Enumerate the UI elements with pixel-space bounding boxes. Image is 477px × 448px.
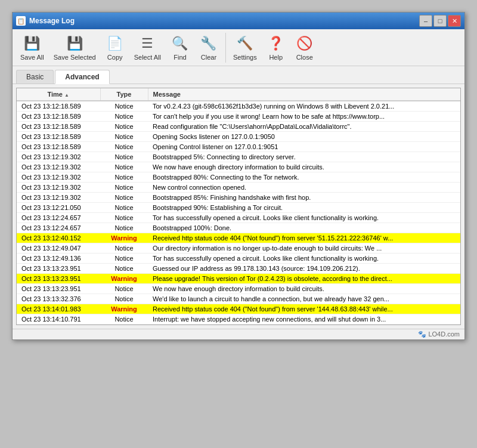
cell-time: Oct 23 13:14:10.791	[17, 314, 100, 325]
table-row[interactable]: Oct 23 13:12:18.589NoticeOpening Control…	[17, 142, 460, 152]
cell-type: Notice	[100, 172, 148, 183]
close-label: Close	[296, 54, 313, 61]
title-bar: 📋 Message Log – □ ✕	[13, 13, 464, 29]
table-row[interactable]: Oct 23 13:12:18.589NoticeRead configurat…	[17, 122, 460, 132]
table-row[interactable]: Oct 23 13:14:10.791NoticeInterrupt: we h…	[17, 314, 460, 325]
table-row[interactable]: Oct 23 13:12:19.302NoticeBootstrapped 85…	[17, 193, 460, 203]
help-icon: ❓	[267, 34, 286, 53]
cell-message: Interrupt: we have stopped accepting new…	[148, 314, 460, 325]
cell-time: Oct 23 13:12:49.047	[17, 243, 100, 254]
table-row[interactable]: Oct 23 13:14:01.983WarningReceived http …	[17, 304, 460, 314]
cell-time: Oct 23 13:12:18.589	[17, 142, 100, 152]
log-table-body: Oct 23 13:12:18.589NoticeTor v0.2.4.23 (…	[17, 101, 460, 325]
table-row[interactable]: Oct 23 13:12:19.302NoticeBootstrapped 80…	[17, 172, 460, 183]
col-header-message[interactable]: Message	[148, 88, 460, 101]
cell-time: Oct 23 13:12:18.589	[17, 112, 100, 122]
save-all-button[interactable]: 💾 Save All	[16, 32, 48, 63]
cell-message: Bootstrapped 90%: Establishing a Tor cir…	[148, 203, 460, 213]
window-title: Message Log	[29, 17, 419, 25]
table-row[interactable]: Oct 23 13:12:18.589NoticeTor v0.2.4.23 (…	[17, 101, 460, 112]
cell-type: Notice	[100, 223, 148, 233]
cell-time: Oct 23 13:12:19.302	[17, 152, 100, 162]
cell-time: Oct 23 13:12:19.302	[17, 162, 100, 172]
cell-type: Notice	[100, 203, 148, 213]
clear-button[interactable]: 🔧 Clear	[195, 32, 222, 63]
col-header-time[interactable]: Time ▲	[17, 88, 100, 101]
col-header-type[interactable]: Type	[100, 88, 148, 101]
cell-time: Oct 23 13:12:24.657	[17, 223, 100, 233]
copy-button[interactable]: 📄 Copy	[101, 32, 129, 63]
toolbar-separator	[225, 33, 226, 63]
cell-message: Received http status code 404 ("Not foun…	[148, 233, 460, 243]
table-row[interactable]: Oct 23 13:12:24.657NoticeTor has success…	[17, 213, 460, 223]
cell-time: Oct 23 13:13:23.951	[17, 264, 100, 274]
table-row[interactable]: Oct 23 13:12:18.589NoticeTor can't help …	[17, 112, 460, 122]
table-row[interactable]: Oct 23 13:12:19.302NoticeWe now have eno…	[17, 162, 460, 172]
cell-type: Notice	[100, 254, 148, 264]
save-all-label: Save All	[20, 54, 44, 61]
cell-message: We'd like to launch a circuit to handle …	[148, 294, 460, 304]
select-all-button[interactable]: ☰ Select All	[130, 32, 165, 63]
window-icon: 📋	[16, 16, 26, 26]
cell-type: Notice	[100, 193, 148, 203]
cell-time: Oct 23 13:12:24.657	[17, 213, 100, 223]
copy-icon: 📄	[106, 34, 125, 53]
select-all-icon: ☰	[138, 34, 157, 53]
select-all-label: Select All	[134, 54, 161, 61]
cell-message: Please upgrade! This version of Tor (0.2…	[148, 274, 460, 284]
cell-message: We now have enough directory information…	[148, 162, 460, 172]
settings-label: Settings	[233, 54, 257, 61]
cell-message: Tor has successfully opened a circuit. L…	[148, 213, 460, 223]
table-row[interactable]: Oct 23 13:12:40.152WarningReceived http …	[17, 233, 460, 243]
table-row[interactable]: Oct 23 13:12:19.302NoticeNew control con…	[17, 183, 460, 193]
find-button[interactable]: 🔍 Find	[166, 32, 194, 63]
tab-basic[interactable]: Basic	[16, 70, 54, 84]
table-row[interactable]: Oct 23 13:12:21.050NoticeBootstrapped 90…	[17, 203, 460, 213]
cell-time: Oct 23 13:12:18.589	[17, 122, 100, 132]
help-button[interactable]: ❓ Help	[262, 32, 290, 63]
table-row[interactable]: Oct 23 13:13:23.951NoticeGuessed our IP …	[17, 264, 460, 274]
cell-message: Tor has successfully opened a circuit. L…	[148, 254, 460, 264]
cell-message: Opening Socks listener on 127.0.0.1:9050	[148, 132, 460, 142]
cell-message: We now have enough directory information…	[148, 284, 460, 294]
close-icon: 🚫	[295, 34, 314, 53]
cell-time: Oct 23 13:12:18.589	[17, 101, 100, 112]
log-table: Time ▲ Type Message Oct 23 13:12:18.589N…	[17, 88, 460, 325]
save-selected-button[interactable]: 💾 Save Selected	[49, 32, 100, 63]
settings-icon: 🔨	[236, 34, 255, 53]
cell-type: Notice	[100, 294, 148, 304]
table-row[interactable]: Oct 23 13:13:32.376NoticeWe'd like to la…	[17, 294, 460, 304]
cell-message: Bootstrapped 5%: Connecting to directory…	[148, 152, 460, 162]
window-close-button[interactable]: ✕	[448, 15, 461, 27]
table-row[interactable]: Oct 23 13:12:18.589NoticeOpening Socks l…	[17, 132, 460, 142]
table-row[interactable]: Oct 23 13:12:49.136NoticeTor has success…	[17, 254, 460, 264]
close-button[interactable]: 🚫 Close	[291, 32, 318, 63]
cell-type: Warning	[100, 304, 148, 314]
cell-type: Notice	[100, 183, 148, 193]
sort-arrow-time: ▲	[64, 92, 69, 98]
status-bar: 🐾 LO4D.com	[13, 329, 464, 339]
window-controls: – □ ✕	[419, 15, 461, 27]
watermark-text: 🐾 LO4D.com	[418, 330, 460, 338]
maximize-button[interactable]: □	[433, 15, 447, 27]
cell-time: Oct 23 13:12:49.136	[17, 254, 100, 264]
table-row[interactable]: Oct 23 13:13:23.951WarningPlease upgrade…	[17, 274, 460, 284]
minimize-button[interactable]: –	[419, 15, 432, 27]
save-selected-label: Save Selected	[54, 54, 96, 61]
table-row[interactable]: Oct 23 13:12:49.047NoticeOur directory i…	[17, 243, 460, 254]
cell-type: Notice	[100, 284, 148, 294]
settings-button[interactable]: 🔨 Settings	[229, 32, 261, 63]
table-row[interactable]: Oct 23 13:12:24.657NoticeBootstrapped 10…	[17, 223, 460, 233]
table-row[interactable]: Oct 23 13:13:23.951NoticeWe now have eno…	[17, 284, 460, 294]
cell-type: Notice	[100, 152, 148, 162]
cell-message: Received http status code 404 ("Not foun…	[148, 304, 460, 314]
table-row[interactable]: Oct 23 13:12:19.302NoticeBootstrapped 5%…	[17, 152, 460, 162]
cell-time: Oct 23 13:13:32.376	[17, 294, 100, 304]
cell-message: Our directory information is no longer u…	[148, 243, 460, 254]
tab-advanced[interactable]: Advanced	[55, 70, 109, 84]
cell-time: Oct 23 13:12:21.050	[17, 203, 100, 213]
cell-time: Oct 23 13:12:40.152	[17, 233, 100, 243]
cell-message: Bootstrapped 85%: Finishing handshake wi…	[148, 193, 460, 203]
cell-time: Oct 23 13:12:19.302	[17, 172, 100, 183]
cell-type: Notice	[100, 132, 148, 142]
